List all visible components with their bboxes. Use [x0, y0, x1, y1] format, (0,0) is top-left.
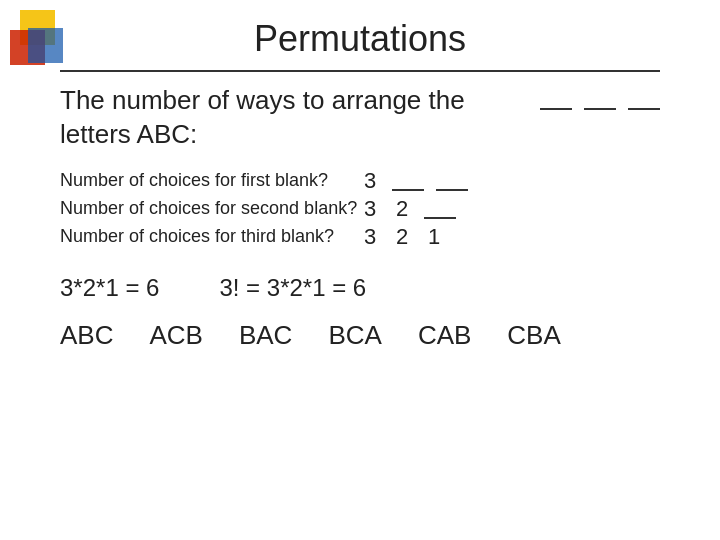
- choice-label-1: Number of choices for first blank?: [60, 170, 360, 191]
- choice-row-1: Number of choices for first blank? 3: [60, 168, 660, 194]
- permutations-list: ABC ACB BAC BCA CAB CBA: [60, 320, 660, 351]
- formula1: 3*2*1 = 6: [60, 274, 159, 302]
- perm-acb: ACB: [149, 320, 202, 351]
- subtitle-block: The number of ways to arrange the letter…: [60, 84, 660, 152]
- choice-num-1-1: 3: [360, 168, 380, 194]
- choice-num-3-2: 2: [392, 224, 412, 250]
- choice-num-2-2: 2: [392, 196, 412, 222]
- choice-row-3: Number of choices for third blank? 3 2 1: [60, 224, 660, 250]
- formula2: 3! = 3*2*1 = 6: [219, 274, 366, 302]
- perm-cab: CAB: [418, 320, 471, 351]
- choice-num-3-3: 1: [424, 224, 444, 250]
- title-divider: [60, 70, 660, 72]
- choice-num-3-1: 3: [360, 224, 380, 250]
- choice-numbers-2: 3 2: [360, 196, 456, 222]
- decoration-squares: [0, 0, 80, 100]
- choices-section: Number of choices for first blank? 3 Num…: [60, 168, 660, 250]
- formula-section: 3*2*1 = 6 3! = 3*2*1 = 6: [60, 274, 660, 302]
- top-blanks: [540, 88, 660, 112]
- perm-bca: BCA: [328, 320, 381, 351]
- choice-row-2: Number of choices for second blank? 3 2: [60, 196, 660, 222]
- choice-numbers-3: 3 2 1: [360, 224, 444, 250]
- choice-blank-2-3: [424, 199, 456, 219]
- perm-abc: ABC: [60, 320, 113, 351]
- choice-label-3: Number of choices for third blank?: [60, 226, 360, 247]
- choice-blank-1-2: [392, 171, 424, 191]
- choice-numbers-1: 3: [360, 168, 468, 194]
- subtitle-text: The number of ways to arrange the letter…: [60, 84, 540, 152]
- top-blank-1: [540, 88, 572, 110]
- svg-rect-2: [28, 28, 63, 63]
- choice-label-2: Number of choices for second blank?: [60, 198, 360, 219]
- choice-blank-1-3: [436, 171, 468, 191]
- perm-bac: BAC: [239, 320, 292, 351]
- top-blank-3: [628, 88, 660, 110]
- top-blank-2: [584, 88, 616, 110]
- choice-num-2-1: 3: [360, 196, 380, 222]
- page-title: Permutations: [0, 0, 720, 70]
- perm-cba: CBA: [507, 320, 560, 351]
